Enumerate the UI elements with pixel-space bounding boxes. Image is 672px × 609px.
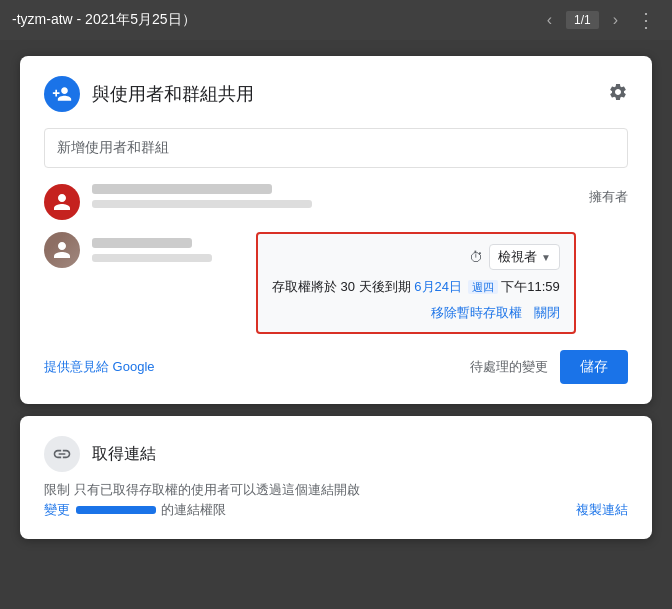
pending-changes-label: 待處理的變更 [470, 358, 548, 376]
link-icon-circle [44, 436, 80, 472]
page-indicator: 1/1 [566, 11, 599, 29]
expiry-description: 存取權將於 30 天後到期 6月24日 週四 下午11:59 [272, 278, 560, 296]
owner-role-label: 擁有者 [589, 184, 628, 206]
main-content: 與使用者和群組共用 新增使用者和群組 擁有者 [0, 40, 672, 555]
link-body: 限制 只有已取得存取權的使用者可以透過這個連結開啟 變更 的連結權限 複製連結 [44, 480, 628, 519]
nav-prev-button[interactable]: ‹ [541, 7, 558, 33]
get-link-card: 取得連結 限制 只有已取得存取權的使用者可以透過這個連結開啟 變更 的連結權限 … [20, 416, 652, 539]
viewer-name-blurred [92, 238, 192, 248]
more-options-button[interactable]: ⋮ [632, 8, 660, 32]
link-desc-text: 限制 只有已取得存取權的使用者可以透過這個連結開啟 [44, 482, 360, 497]
add-people-input[interactable]: 新增使用者和群組 [44, 128, 628, 168]
expiry-popup-box: ⏱ 檢視者 ▼ 存取權將於 30 天後到期 6月24日 週四 下午11:59 移… [256, 232, 576, 334]
owner-avatar [44, 184, 80, 220]
feedback-link[interactable]: 提供意見給 Google [44, 358, 155, 376]
viewer-role-label: 檢視者 [498, 248, 537, 266]
document-title: -tyzm-atw - 2021年5月25日） [12, 11, 533, 29]
settings-icon[interactable] [608, 82, 628, 107]
top-bar: -tyzm-atw - 2021年5月25日） ‹ 1/1 › ⋮ [0, 0, 672, 40]
person-add-icon [52, 84, 72, 104]
change-link-permissions[interactable]: 變更 [44, 502, 70, 517]
expiry-weekday: 週四 [468, 280, 498, 294]
chevron-down-icon: ▼ [541, 252, 551, 263]
link-header: 取得連結 [44, 436, 628, 472]
footer-right: 待處理的變更 儲存 [470, 350, 628, 384]
link-suffix-text: 的連結權限 [161, 502, 226, 517]
share-icon-circle [44, 76, 80, 112]
dialog-title: 與使用者和群組共用 [92, 82, 254, 106]
link-scope-blurred [76, 506, 156, 514]
viewer-avatar [44, 232, 80, 268]
expiry-top-row: ⏱ 檢視者 ▼ [272, 244, 560, 270]
dialog-footer: 提供意見給 Google 待處理的變更 儲存 [44, 350, 628, 384]
copy-link-button[interactable]: 複製連結 [576, 501, 628, 519]
expiry-actions: 移除暫時存取權 關閉 [272, 304, 560, 322]
dialog-header: 與使用者和群組共用 [44, 76, 628, 112]
expiry-static-text: 存取權將於 30 天後到期 [272, 279, 411, 294]
owner-user-info [92, 184, 577, 208]
share-dialog-card: 與使用者和群組共用 新增使用者和群組 擁有者 [20, 56, 652, 404]
clock-icon: ⏱ [469, 249, 483, 265]
dialog-title-row: 與使用者和群組共用 [44, 76, 254, 112]
owner-name-blurred [92, 184, 272, 194]
viewer-user-row: ⏱ 檢視者 ▼ 存取權將於 30 天後到期 6月24日 週四 下午11:59 移… [44, 232, 628, 334]
link-icon [52, 444, 72, 464]
owner-user-row: 擁有者 [44, 184, 628, 220]
viewer-user-left [44, 232, 244, 268]
close-expiry-link[interactable]: 關閉 [534, 304, 560, 322]
viewer-user-info [92, 238, 244, 262]
remove-access-link[interactable]: 移除暫時存取權 [431, 304, 522, 322]
viewer-role-dropdown[interactable]: 檢視者 ▼ [489, 244, 560, 270]
get-link-title: 取得連結 [92, 444, 156, 465]
expiry-date: 6月24日 [414, 279, 462, 294]
add-people-placeholder: 新增使用者和群組 [57, 139, 169, 155]
viewer-email-blurred [92, 254, 212, 262]
expiry-time: 下午11:59 [501, 279, 560, 294]
link-description: 限制 只有已取得存取權的使用者可以透過這個連結開啟 變更 的連結權限 [44, 480, 360, 519]
save-button[interactable]: 儲存 [560, 350, 628, 384]
owner-email-blurred [92, 200, 312, 208]
nav-next-button[interactable]: › [607, 7, 624, 33]
